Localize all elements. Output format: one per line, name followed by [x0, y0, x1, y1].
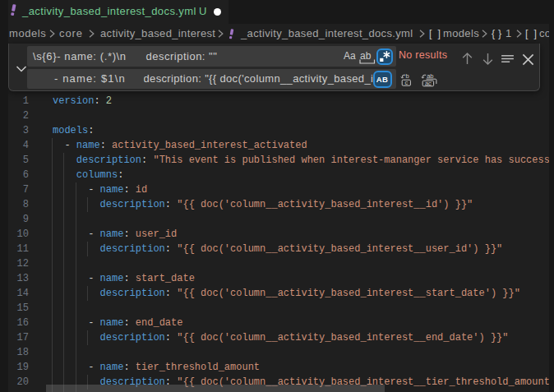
svg-text:ab: ab [427, 73, 433, 80]
svg-text:ac: ac [425, 80, 432, 87]
svg-text:b: b [406, 73, 409, 80]
